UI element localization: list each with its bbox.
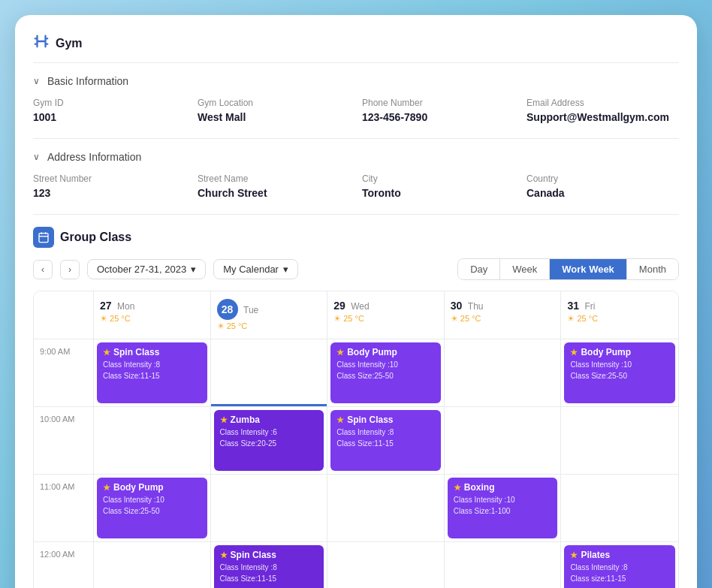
cell-11am-mon[interactable]: ★ Body Pump Class Intensity :10Class Siz…: [94, 475, 211, 541]
city-value: Toronto: [362, 187, 514, 199]
day-27-weather: ☀ 25 °C: [100, 314, 204, 324]
day-31-label: 31 Fri: [567, 299, 672, 312]
gym-id-value: 1001: [33, 111, 186, 123]
cell-10am-thu[interactable]: [445, 407, 562, 474]
street-name-field: Street Name Church Street: [198, 173, 350, 199]
gym-location-label: Gym Location: [198, 98, 350, 108]
svg-rect-0: [39, 234, 48, 243]
country-field: Country Canada: [526, 173, 679, 199]
time-11am: 11:00 AM: [34, 475, 94, 541]
cell-11am-wed[interactable]: [327, 475, 445, 541]
day-30-label: 30 Thu: [451, 299, 555, 312]
cell-9am-mon[interactable]: ★ Spin Class Class Intensity :8Class Siz…: [94, 339, 211, 406]
cell-10am-wed[interactable]: ★ Spin Class Class Intensity :8Class Siz…: [327, 407, 445, 474]
basic-info-collapse[interactable]: ∨: [33, 76, 40, 86]
city-label: City: [362, 173, 514, 184]
day-29-weather: ☀ 25 °C: [333, 314, 438, 324]
country-value: Canada: [526, 187, 679, 199]
cell-12am-wed[interactable]: [327, 542, 445, 588]
cell-9am-tue[interactable]: [211, 339, 328, 406]
gym-header: Gym: [33, 33, 679, 63]
cell-12am-thu[interactable]: [445, 542, 562, 588]
cell-12am-mon[interactable]: [94, 542, 211, 588]
email-label: Email Address: [526, 98, 679, 108]
day-30-weather: ☀ 25 °C: [451, 314, 555, 324]
email-value: Support@Westmallgym.com: [526, 111, 679, 123]
divider-2: [33, 214, 679, 215]
address-info-section: ∨ Address Information Street Number 123 …: [33, 151, 679, 199]
cell-11am-thu[interactable]: ★ Boxing Class Intensity :10Class Size:1…: [445, 475, 562, 541]
event-body-pump-mon-11[interactable]: ★ Body Pump Class Intensity :10Class Siz…: [97, 478, 207, 538]
cell-10am-mon[interactable]: [94, 407, 211, 474]
day-28-header: 28 Tue ☀ 25 °C: [211, 291, 328, 339]
gym-id-field: Gym ID 1001: [33, 98, 186, 123]
event-pilates-fri[interactable]: ★ Pilates Class Intensity :8Class size:1…: [564, 545, 675, 588]
basic-info-section: ∨ Basic Information Gym ID 1001 Gym Loca…: [33, 75, 679, 123]
gym-location-value: West Mall: [198, 111, 350, 123]
prev-btn[interactable]: ‹: [33, 260, 53, 279]
gym-title: Gym: [56, 37, 83, 50]
event-body-pump-wed-9[interactable]: ★ Body Pump Class Intensity :10Class Siz…: [330, 342, 441, 403]
row-12am: 12:00 AM ★ Spin Class Class Intensity :8…: [34, 542, 678, 588]
view-month-btn[interactable]: Month: [627, 259, 678, 279]
day-29-label: 29 Wed: [333, 299, 438, 312]
day-29-header: 29 Wed ☀ 25 °C: [327, 291, 445, 339]
divider-1: [33, 138, 679, 139]
day-27-header: 27 Mon ☀ 25 °C: [94, 291, 211, 339]
my-calendar-btn[interactable]: My Calendar ▾: [213, 259, 298, 279]
view-buttons: Day Week Work Week Month: [457, 258, 679, 280]
gym-id-label: Gym ID: [33, 98, 186, 108]
cell-10am-tue[interactable]: ★ Zumba Class Intensity :6Class Size:20-…: [211, 407, 328, 474]
group-class-title: Group Class: [60, 231, 131, 244]
event-spin-class-mon[interactable]: ★ Spin Class Class Intensity :8Class Siz…: [97, 342, 207, 403]
next-btn[interactable]: ›: [60, 260, 80, 279]
cell-10am-fri[interactable]: [561, 407, 678, 474]
phone-value: 123-456-7890: [362, 111, 514, 123]
basic-info-title: Basic Information: [47, 75, 128, 87]
street-name-value: Church Street: [198, 187, 350, 199]
date-range-btn[interactable]: October 27-31, 2023 ▾: [87, 259, 206, 279]
event-spin-class-tue-12[interactable]: ★ Spin Class Class Intensity :8Class Siz…: [214, 545, 324, 588]
phone-label: Phone Number: [362, 98, 514, 108]
date-range-label: October 27-31, 2023: [97, 264, 186, 275]
view-workweek-btn[interactable]: Work Week: [550, 259, 627, 279]
view-day-btn[interactable]: Day: [458, 259, 500, 279]
event-boxing-thu[interactable]: ★ Boxing Class Intensity :10Class Size:1…: [448, 478, 558, 538]
time-header-empty: [34, 291, 94, 339]
cell-12am-fri[interactable]: ★ Pilates Class Intensity :8Class size:1…: [561, 542, 678, 588]
street-number-value: 123: [33, 187, 186, 199]
cell-11am-fri[interactable]: [561, 475, 678, 541]
cell-11am-tue[interactable]: [211, 475, 328, 541]
event-body-pump-fri-9[interactable]: ★ Body Pump Class Intensity :10Class Siz…: [564, 342, 675, 403]
gym-icon: [33, 33, 50, 53]
cell-9am-wed[interactable]: ★ Body Pump Class Intensity :10Class Siz…: [327, 339, 445, 406]
row-9am: 9:00 AM ★ Spin Class Class Intensity :8C…: [34, 339, 678, 407]
event-zumba-tue[interactable]: ★ Zumba Class Intensity :6Class Size:20-…: [214, 410, 324, 471]
event-spin-class-wed[interactable]: ★ Spin Class Class Intensity :8Class Siz…: [330, 410, 441, 471]
basic-info-header: ∨ Basic Information: [33, 75, 679, 87]
day-30-header: 30 Thu ☀ 25 °C: [445, 291, 562, 339]
cell-9am-fri[interactable]: ★ Body Pump Class Intensity :10Class Siz…: [561, 339, 678, 406]
country-label: Country: [526, 173, 679, 184]
address-info-grid: Street Number 123 Street Name Church Str…: [33, 173, 679, 199]
day-28-label: 28 Tue: [217, 299, 321, 320]
email-field: Email Address Support@Westmallgym.com: [526, 98, 679, 123]
group-class-icon: [33, 227, 54, 248]
calendar-name-label: My Calendar: [223, 264, 279, 275]
row-10am: 10:00 AM ★ Zumba Class Intensity :6Class…: [34, 407, 678, 475]
calendar-toolbar: ‹ › October 27-31, 2023 ▾ My Calendar ▾ …: [33, 258, 679, 280]
time-10am: 10:00 AM: [34, 407, 94, 474]
group-class-section: Group Class ‹ › October 27-31, 2023 ▾ My…: [33, 227, 679, 588]
time-12am: 12:00 AM: [34, 542, 94, 588]
view-week-btn[interactable]: Week: [500, 259, 550, 279]
basic-info-grid: Gym ID 1001 Gym Location West Mall Phone…: [33, 98, 679, 123]
day-28-weather: ☀ 25 °C: [217, 321, 321, 331]
address-collapse[interactable]: ∨: [33, 152, 40, 162]
phone-field: Phone Number 123-456-7890: [362, 98, 514, 123]
cell-12am-tue[interactable]: ★ Spin Class Class Intensity :8Class Siz…: [211, 542, 328, 588]
cell-9am-thu[interactable]: [445, 339, 562, 406]
calendar-chevron: ▾: [283, 264, 288, 275]
day-27-label: 27 Mon: [100, 299, 204, 312]
address-info-header: ∨ Address Information: [33, 151, 679, 163]
row-11am: 11:00 AM ★ Body Pump Class Intensity :10…: [34, 475, 678, 542]
